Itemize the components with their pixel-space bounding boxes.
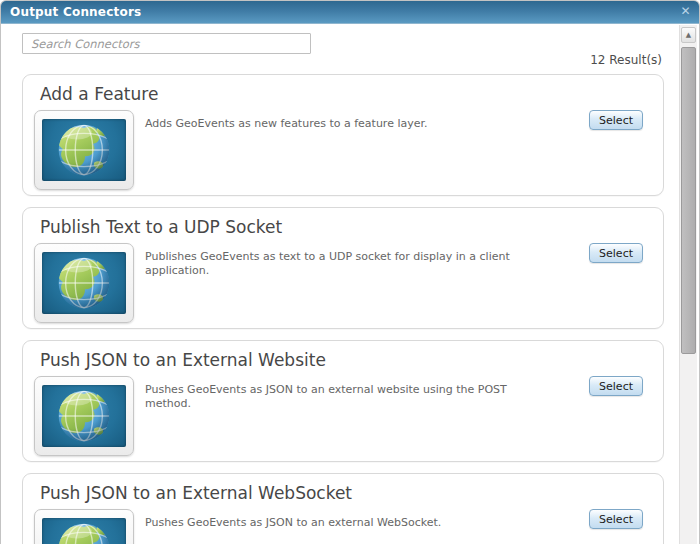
scrollbar[interactable]: ▲ <box>679 25 697 544</box>
connector-title: Publish Text to a UDP Socket <box>40 217 282 237</box>
results-count: 12 Result(s) <box>590 53 662 67</box>
connector-card: Publish Text to a UDP Socket <box>22 207 664 329</box>
globe-icon <box>42 385 126 447</box>
scrollbar-thumb[interactable] <box>681 47 696 354</box>
globe-thumbnail <box>34 376 134 456</box>
connector-list: Add a Feature <box>22 74 664 544</box>
up-arrow-icon: ▲ <box>686 31 691 39</box>
connector-description: Pushes GeoEvents as JSON to an external … <box>145 516 553 530</box>
connector-title: Push JSON to an External Website <box>40 350 326 370</box>
select-button[interactable]: Select <box>589 509 643 529</box>
connector-description: Pushes GeoEvents as JSON to an external … <box>145 383 553 411</box>
output-connectors-dialog: Output Connectors ✕ 12 Result(s) Add a F… <box>0 0 700 544</box>
search-input[interactable] <box>22 33 311 54</box>
connector-card: Push JSON to an External Website <box>22 340 664 462</box>
globe-icon <box>42 518 126 544</box>
globe-icon <box>42 119 126 181</box>
connector-title: Add a Feature <box>40 84 158 104</box>
dialog-title: Output Connectors <box>10 5 141 19</box>
connector-title: Push JSON to an External WebSocket <box>40 483 352 503</box>
close-icon[interactable]: ✕ <box>678 4 693 19</box>
connector-card: Add a Feature <box>22 74 664 196</box>
select-button[interactable]: Select <box>589 110 643 130</box>
globe-icon <box>42 252 126 314</box>
connector-description: Adds GeoEvents as new features to a feat… <box>145 117 553 131</box>
scroll-up-button[interactable]: ▲ <box>681 27 696 43</box>
connector-card: Push JSON to an External WebSocket <box>22 473 664 544</box>
globe-thumbnail <box>34 509 134 544</box>
select-button[interactable]: Select <box>589 376 643 396</box>
connector-description: Publishes GeoEvents as text to a UDP soc… <box>145 250 553 278</box>
select-button[interactable]: Select <box>589 243 643 263</box>
globe-thumbnail <box>34 110 134 190</box>
dialog-header: Output Connectors ✕ <box>1 1 699 24</box>
globe-thumbnail <box>34 243 134 323</box>
